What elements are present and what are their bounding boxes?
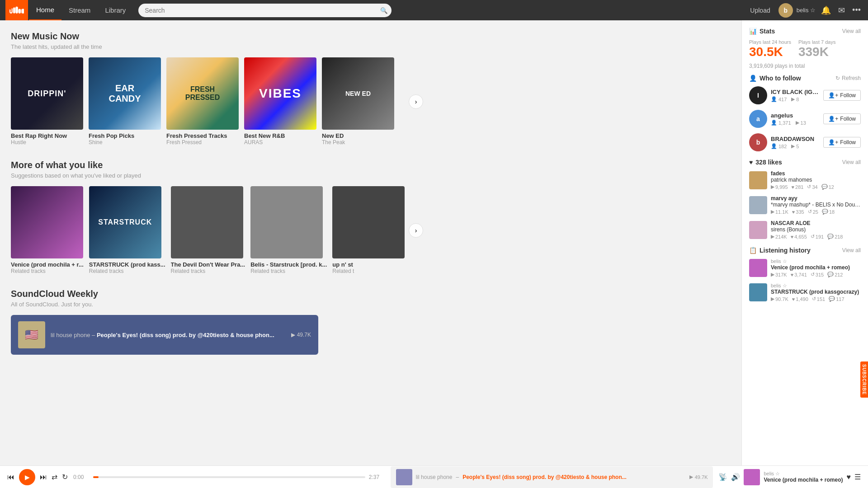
subscribe-button[interactable]: SUBSCRIBE [860,361,868,398]
weekly-title: SoundCloud Weekly [11,289,423,299]
card-newed-title: New ED [322,132,394,139]
messages-icon[interactable]: ✉ [836,4,847,17]
card-upn-sub: Related t [332,268,405,274]
follow-meta-1: 👤 1,371 ▶ 13 [771,120,820,126]
like-info-0: fades patrick mahomes ▶ 9,995 ♥ 281 ↺ 34… [771,170,861,190]
card-earcandy[interactable]: EARCANDY Fresh Pop Picks Shine [89,57,161,145]
like-info-2: NASCAR ALOE sirens (Bonus) ▶ 214K ♥ 4,65… [771,220,861,239]
follow-avatar-0: I [749,86,767,104]
follow-info-2: BRADDAWSON 👤 182 ▶ 5 [771,136,820,149]
more-like-subtitle: Suggestions based on what you've liked o… [11,172,423,179]
follow-info-0: ICY BLACK (IG: @fuckicyblack) 👤 417 ▶ 8 [771,89,820,102]
person-icon: 👤 [749,75,757,82]
stat-24h: Plays last 24 hours 30.5K [749,39,791,59]
follow-name-0[interactable]: ICY BLACK (IG: @fuckicyblack) [771,89,820,95]
new-music-next-button[interactable]: › [409,94,423,109]
card-drippin-title: Best Rap Right Now [11,132,83,139]
follow-button-2[interactable]: 👤+ Follow [823,137,861,148]
card-venice-image [11,186,83,258]
nav-home[interactable]: Home [29,0,61,20]
new-music-title: New Music Now [11,31,423,42]
user-avatar[interactable]: b [778,3,793,18]
like-track-2[interactable]: sirens (Bonus) [771,226,861,233]
stat-24h-label: Plays last 24 hours [749,39,791,45]
card-belis-title: Belis - Starstruck [prod. k... [250,261,327,268]
weekly-plays: ▶ 49.7K [291,332,311,338]
weekly-thumb: 🇺🇸 [18,321,45,348]
likes-view-all[interactable]: View all [842,159,861,165]
card-devil[interactable]: The Devil Don't Wear Pra... Related trac… [171,186,245,274]
notifications-icon[interactable]: 🔔 [819,4,833,17]
more-like-section: More of what you like Suggestions based … [11,160,423,274]
history-info-0: belis ☆ Venice (prod mochila + romeo) ▶ … [771,258,861,277]
like-track-0[interactable]: patrick mahomes [771,177,861,183]
follow-name-2[interactable]: BRADDAWSON [771,136,820,142]
like-item-0: fades patrick mahomes ▶ 9,995 ♥ 281 ↺ 34… [749,170,861,190]
nav-stream[interactable]: Stream [61,0,98,20]
card-freshpressed-image: FRESHPRESSED [166,57,239,130]
upload-button[interactable]: Upload [745,7,774,14]
stat-7d-value: 339K [798,45,836,59]
new-music-cards-row: DRIPPIN' Best Rap Right Now Hustle EARCA… [11,57,423,145]
more-menu-icon[interactable]: ••• [850,4,863,17]
history-thumb-1 [749,283,767,301]
following-0: ▶ 8 [791,96,799,102]
card-upn[interactable]: up n' st Related t [332,186,405,274]
more-like-title: More of what you like [11,160,423,170]
card-devil-sub: Related tracks [171,268,245,274]
history-track-0[interactable]: Venice (prod mochila + romeo) [771,264,861,271]
like-track-1[interactable]: *marvy mashup* - BELIS x No Doub... [771,202,861,208]
follow-button-0[interactable]: 👤+ Follow [823,90,861,101]
nav-library[interactable]: Library [98,0,133,20]
card-belis-track[interactable]: Belis - Starstruck [prod. k... Related t… [250,186,327,274]
history-section: 📋 Listening history View all belis ☆ Ven… [749,247,861,302]
follow-icon-1: 👤+ [828,116,838,122]
card-vibes[interactable]: VIBES Best New R&B AURAS [244,57,316,145]
history-view-all[interactable]: View all [842,247,861,253]
stat-total: 3,919,609 plays in total [749,63,861,69]
who-to-follow-title: 👤 Who to follow [749,75,801,82]
username-label[interactable]: belis ☆ [797,7,816,14]
stats-title: 📊 Stats [749,28,775,35]
nav-right: Upload b belis ☆ 🔔 ✉ ••• [745,3,863,18]
like-artist-1[interactable]: marvy ayy [771,195,861,202]
card-vibes-title: Best New R&B [244,132,316,139]
weekly-banner: 🇺🇸 lil house phone – People's Eyes! (dis… [11,315,318,355]
card-newed[interactable]: NEW ED New ED The Peak [322,57,394,145]
search-input[interactable] [138,4,392,17]
history-info-1: belis ☆ STARSTRUCK (prod kassgocrazy) ▶ … [771,283,861,302]
card-freshpressed[interactable]: FRESHPRESSED Fresh Pressed Tracks Fresh … [166,57,239,145]
history-item-1: belis ☆ STARSTRUCK (prod kassgocrazy) ▶ … [749,283,861,302]
card-drippin[interactable]: DRIPPIN' Best Rap Right Now Hustle [11,57,83,145]
card-venice[interactable]: Venice (prod mochila + r... Related trac… [11,186,84,274]
follow-name-1[interactable]: angelus [771,112,820,119]
refresh-icon: ↻ [835,75,840,81]
stat-24h-value: 30.5K [749,45,791,59]
like-info-1: marvy ayy *marvy mashup* - BELIS x No Do… [771,195,861,215]
follow-button-1[interactable]: 👤+ Follow [823,113,861,124]
search-button[interactable]: 🔍 [380,7,388,14]
card-starstruck[interactable]: STARSTRUCK STARSTRUCK (prod kass... Rela… [89,186,165,274]
card-upn-image [332,186,405,258]
history-track-1[interactable]: STARSTRUCK (prod kassgocrazy) [771,289,861,295]
follow-avatar-1: a [749,110,767,128]
history-meta-1: ▶ 90.7K ♥ 1,490 ↺ 151 💬 117 [771,296,861,302]
top-navigation: Home Stream Library 🔍 Upload b belis ☆ 🔔… [0,0,868,20]
sidebar: 📊 Stats View all Plays last 24 hours 30.… [741,20,868,405]
stats-icon: 📊 [749,28,757,35]
follow-icon-2: 👤+ [828,139,838,145]
card-drippin-image: DRIPPIN' [11,57,83,130]
refresh-button[interactable]: ↻ Refresh [835,75,861,81]
follow-meta-2: 👤 182 ▶ 5 [771,143,820,149]
like-artist-2[interactable]: NASCAR ALOE [771,220,861,226]
more-like-next-button[interactable]: › [409,223,423,238]
stats-view-all[interactable]: View all [842,28,861,34]
soundcloud-logo[interactable] [5,0,28,20]
likes-section: ♥ 328 likes View all fades patrick mahom… [749,159,861,239]
like-artist-0[interactable]: fades [771,170,861,177]
like-meta-2: ▶ 214K ♥ 4,655 ↺ 191 💬 218 [771,234,861,239]
likes-title: ♥ 328 likes [749,159,782,166]
card-freshpressed-sub: Fresh Pressed [166,139,239,145]
stats-header: 📊 Stats View all [749,28,861,35]
card-devil-image [171,186,243,258]
